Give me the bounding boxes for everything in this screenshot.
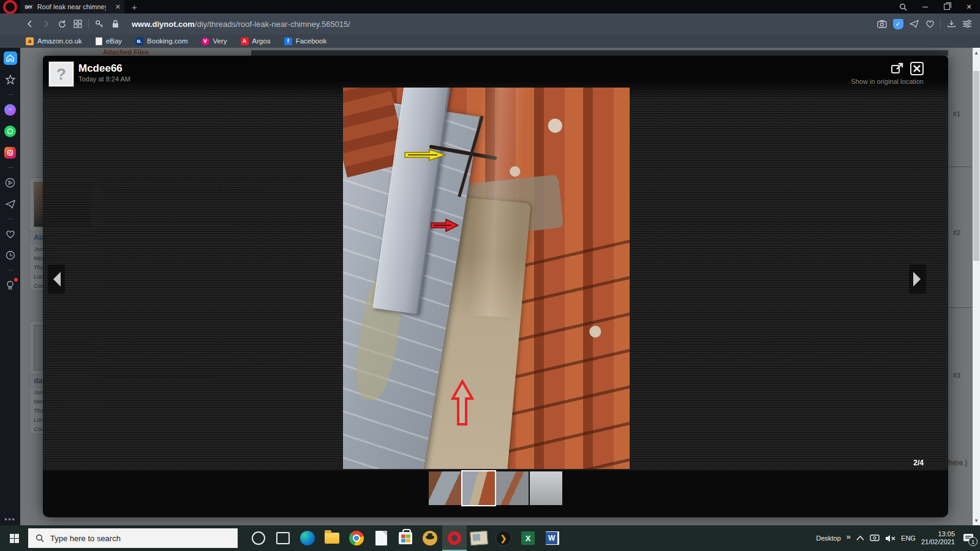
key-icon[interactable] <box>91 16 107 32</box>
page-scrollbar[interactable]: ▲ ▼ <box>973 48 980 525</box>
personal-news-heart-icon[interactable] <box>4 227 17 241</box>
photos-mail-icon[interactable] <box>467 525 491 551</box>
url-text[interactable]: www.diynot.com/diy/threads/roof-leak-nea… <box>132 20 350 29</box>
microsoft-store-icon[interactable] <box>393 525 418 551</box>
easy-setup-bulb-icon[interactable] <box>4 279 17 292</box>
scroll-down-arrow[interactable]: ▼ <box>973 517 980 524</box>
toolbar-divider <box>88 19 89 29</box>
tab-strip: DIY Roof leak near chimney | D ✕ + ✕ <box>0 0 980 13</box>
meet-now-icon[interactable] <box>870 534 880 542</box>
roof-leak-photo[interactable] <box>343 88 630 469</box>
windows-taskbar: Type here to search ❯ X W Desktop » ENG … <box>0 525 980 551</box>
back-button[interactable] <box>22 16 38 32</box>
my-flow-icon[interactable] <box>906 16 922 32</box>
bookmark-label: Argos <box>252 37 271 45</box>
volume-muted-icon[interactable] <box>885 534 895 542</box>
bookmark-booking[interactable]: B.Booking.com <box>135 37 187 45</box>
my-flow-plane-icon[interactable] <box>4 197 17 211</box>
language-indicator[interactable]: ENG <box>901 534 916 542</box>
task-view-icon[interactable] <box>271 525 295 551</box>
action-center-icon[interactable]: 1 <box>960 530 976 546</box>
cortana-icon[interactable] <box>246 525 271 551</box>
notification-count-badge: 1 <box>968 537 978 546</box>
bookmark-label: Very <box>213 37 227 45</box>
excel-icon[interactable]: X <box>516 525 540 551</box>
desktop-peek-label[interactable]: Desktop <box>816 534 841 542</box>
thumbnail-1[interactable] <box>429 471 461 505</box>
author-name[interactable]: Mcdee66 <box>78 62 123 75</box>
bookmarks-star-icon[interactable] <box>4 73 17 86</box>
new-tab-button[interactable]: + <box>132 2 137 12</box>
scrollbar-thumb[interactable] <box>973 71 979 261</box>
restore-button[interactable] <box>936 0 958 13</box>
tab-search-icon[interactable] <box>892 0 914 13</box>
very-favicon: V <box>202 37 209 45</box>
browser-tab[interactable]: DIY Roof leak near chimney | D ✕ <box>20 0 124 13</box>
player-icon[interactable] <box>4 176 17 189</box>
thumbnail-3[interactable] <box>496 471 529 505</box>
url-path: /diy/threads/roof-leak-near-chimney.5650… <box>195 20 350 29</box>
next-image-button[interactable] <box>909 264 926 294</box>
previous-image-button[interactable] <box>48 264 65 294</box>
minimize-button[interactable] <box>914 0 936 13</box>
file-explorer-icon[interactable] <box>320 525 344 551</box>
search-icon <box>36 534 44 542</box>
post-timestamp: Today at 8:24 AM <box>78 75 130 83</box>
show-hidden-icons-chevron[interactable] <box>856 536 864 541</box>
reload-button[interactable] <box>54 16 70 32</box>
bookmark-ebay[interactable]: eBay <box>96 37 122 45</box>
sidebar-settings-dots-icon[interactable]: ••• <box>4 515 16 524</box>
chat-app-icon[interactable] <box>418 525 442 551</box>
ebay-favicon <box>96 37 102 45</box>
downloads-icon[interactable] <box>943 16 959 32</box>
open-original-icon[interactable] <box>891 62 904 75</box>
sidebar-divider <box>7 219 13 219</box>
show-original-label[interactable]: Show in original location <box>851 78 924 85</box>
bookmark-label: Facebook <box>296 37 327 45</box>
bookmark-amazon[interactable]: aAmazon.co.uk <box>26 37 82 45</box>
bookmark-argos[interactable]: AArgos <box>241 37 271 45</box>
image-counter: 2/4 <box>913 459 924 467</box>
tab-title: Roof leak near chimney | D <box>37 3 106 10</box>
page-viewport: Attached Files File size396.7 KB Views F… <box>0 48 980 525</box>
close-lightbox-icon[interactable] <box>910 62 924 75</box>
adblock-shield-icon[interactable]: ✓ <box>890 16 906 32</box>
speed-dial-home-icon[interactable] <box>4 51 17 65</box>
tray-time: 13:05 <box>921 530 955 538</box>
workspaces-icon[interactable] <box>70 16 86 32</box>
whatsapp-icon[interactable] <box>4 124 17 138</box>
windows-logo-icon <box>10 534 19 543</box>
scroll-up-arrow[interactable]: ▲ <box>973 49 980 56</box>
notepad-document-icon[interactable] <box>369 525 393 551</box>
red-annotation-arrow-right <box>429 218 460 233</box>
instagram-icon[interactable] <box>4 146 17 159</box>
opera-taskbar-icon[interactable] <box>442 525 467 551</box>
bookmark-very[interactable]: VVery <box>202 37 227 45</box>
argos-favicon: A <box>241 37 249 45</box>
clock[interactable]: 13:05 21/02/2021 <box>921 530 955 546</box>
tray-overflow-chevrons[interactable]: » <box>846 532 851 541</box>
word-icon[interactable]: W <box>540 525 565 551</box>
opera-sidebar: ••• <box>0 48 20 529</box>
messenger-icon[interactable] <box>4 103 17 116</box>
thumbnail-4[interactable] <box>530 471 562 505</box>
chrome-icon[interactable] <box>344 525 369 551</box>
lock-icon[interactable] <box>107 16 123 32</box>
author-avatar[interactable]: ? <box>49 62 74 86</box>
edge-icon[interactable] <box>295 525 320 551</box>
forward-button[interactable] <box>38 16 54 32</box>
tab-close-icon[interactable]: ✕ <box>115 3 121 11</box>
opera-logo-icon <box>3 0 17 14</box>
thumbnail-2-selected[interactable] <box>462 471 495 505</box>
close-window-button[interactable]: ✕ <box>958 0 980 13</box>
taskbar-search-input[interactable]: Type here to search <box>28 528 238 548</box>
bookmark-heart-icon[interactable] <box>922 16 938 32</box>
plex-icon[interactable]: ❯ <box>491 525 516 551</box>
opera-menu-button[interactable] <box>0 0 20 14</box>
history-clock-icon[interactable] <box>4 249 17 262</box>
bookmark-facebook[interactable]: fFacebook <box>284 37 327 45</box>
start-button[interactable] <box>0 525 28 551</box>
snapshot-camera-icon[interactable] <box>874 16 890 32</box>
settings-sliders-icon[interactable] <box>959 16 975 32</box>
thumbnail-strip <box>43 470 948 517</box>
